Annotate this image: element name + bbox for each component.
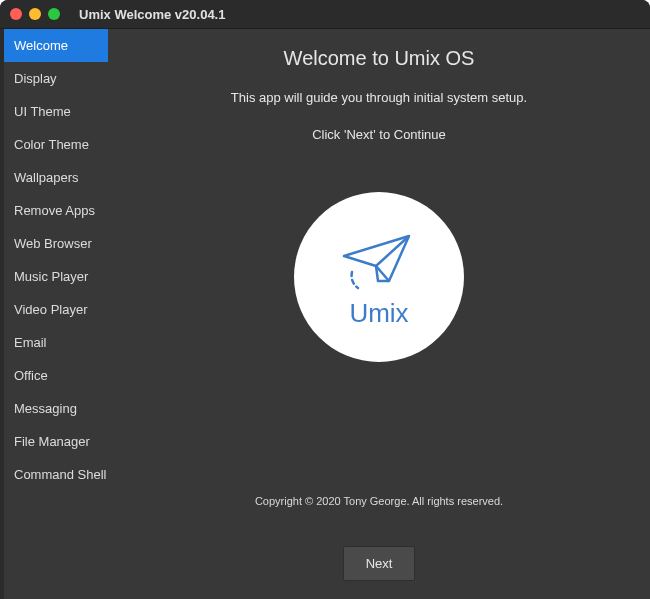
sidebar-item-web-browser[interactable]: Web Browser — [4, 227, 108, 260]
sidebar-item-command-shell[interactable]: Command Shell — [4, 458, 108, 491]
sidebar-item-ui-theme[interactable]: UI Theme — [4, 95, 108, 128]
window-body: Welcome Display UI Theme Color Theme Wal… — [0, 28, 650, 599]
sidebar-item-messaging[interactable]: Messaging — [4, 392, 108, 425]
close-icon[interactable] — [10, 8, 22, 20]
sidebar-item-music-player[interactable]: Music Player — [4, 260, 108, 293]
app-window: Umix Welcome v20.04.1 Welcome Display UI… — [0, 0, 650, 599]
next-button[interactable]: Next — [343, 546, 416, 581]
sidebar: Welcome Display UI Theme Color Theme Wal… — [0, 29, 108, 599]
click-next-text: Click 'Next' to Continue — [312, 127, 446, 142]
minimize-icon[interactable] — [29, 8, 41, 20]
maximize-icon[interactable] — [48, 8, 60, 20]
umix-logo: Umix — [294, 192, 464, 362]
sidebar-item-welcome[interactable]: Welcome — [4, 29, 108, 62]
sidebar-item-email[interactable]: Email — [4, 326, 108, 359]
copyright-text: Copyright © 2020 Tony George. All rights… — [255, 495, 503, 507]
titlebar: Umix Welcome v20.04.1 — [0, 0, 650, 28]
sidebar-item-remove-apps[interactable]: Remove Apps — [4, 194, 108, 227]
page-title: Welcome to Umix OS — [284, 47, 475, 70]
sidebar-item-color-theme[interactable]: Color Theme — [4, 128, 108, 161]
sidebar-item-file-manager[interactable]: File Manager — [4, 425, 108, 458]
logo-text: Umix — [349, 298, 408, 329]
window-title: Umix Welcome v20.04.1 — [79, 7, 225, 22]
sidebar-item-display[interactable]: Display — [4, 62, 108, 95]
sidebar-item-wallpapers[interactable]: Wallpapers — [4, 161, 108, 194]
intro-text: This app will guide you through initial … — [231, 90, 527, 105]
main-panel: Welcome to Umix OS This app will guide y… — [108, 29, 650, 599]
sidebar-item-video-player[interactable]: Video Player — [4, 293, 108, 326]
paper-plane-icon — [334, 226, 424, 296]
sidebar-item-office[interactable]: Office — [4, 359, 108, 392]
